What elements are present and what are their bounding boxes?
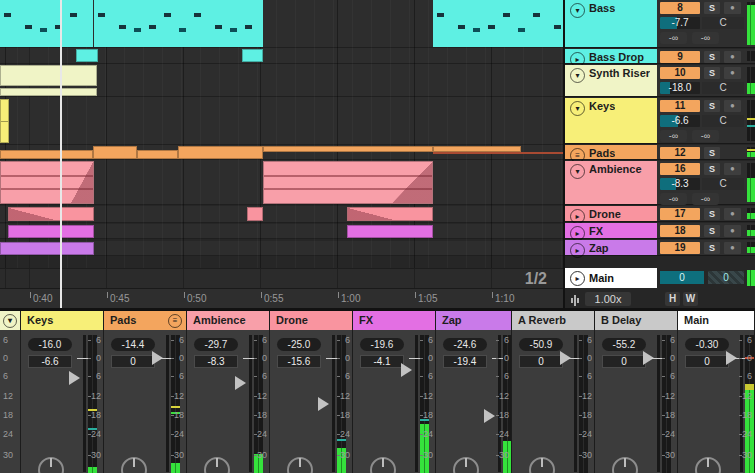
fader-value-field[interactable]: -19.4: [443, 355, 487, 368]
arrangement-lane-synth-riser[interactable]: [0, 64, 563, 97]
fader-handle[interactable]: [484, 409, 495, 423]
volume-field[interactable]: -7.7: [660, 17, 700, 29]
clip-drone[interactable]: [8, 207, 94, 221]
time-ruler[interactable]: 0:400:450:500:551:001:051:10: [0, 288, 563, 308]
fader-track[interactable]: [332, 335, 335, 472]
pan-field[interactable]: C: [702, 82, 744, 94]
playhead[interactable]: [60, 0, 62, 308]
track-activator[interactable]: 12: [660, 147, 700, 159]
pan-field[interactable]: C: [702, 178, 744, 190]
monitor-icon[interactable]: ●: [724, 100, 741, 112]
pan-knob[interactable]: [38, 457, 64, 473]
solo-button[interactable]: S: [704, 208, 720, 220]
solo-button[interactable]: S: [704, 147, 720, 159]
track-activator[interactable]: 16: [660, 163, 700, 175]
pan-knob[interactable]: [453, 457, 479, 473]
fader-value-field[interactable]: 0: [685, 355, 729, 368]
fader-value-field[interactable]: -6.6: [28, 355, 72, 368]
monitor-icon[interactable]: ●: [724, 242, 741, 254]
clip-drone[interactable]: [347, 207, 433, 221]
peak-level-value[interactable]: -24.6: [443, 338, 487, 351]
monitor-icon[interactable]: ●: [724, 163, 741, 175]
track-activator[interactable]: 17: [660, 208, 700, 220]
fader-track[interactable]: [657, 335, 660, 472]
fader-value-field[interactable]: 0: [519, 355, 563, 368]
mixer-strip-partial[interactable]: ▾60612182430: [0, 311, 20, 473]
fader-handle[interactable]: [69, 371, 80, 385]
mixer-strip-header[interactable]: Ambience: [187, 311, 269, 330]
pan-knob[interactable]: [529, 457, 555, 473]
arrangement-lane-keys[interactable]: [0, 97, 563, 145]
mixer-strip-fx[interactable]: FX-19.6-4.160612182430: [353, 311, 435, 473]
monitor-icon[interactable]: ●: [724, 51, 741, 63]
send-b-field[interactable]: -∞: [692, 32, 719, 44]
peak-level-value[interactable]: -55.2: [602, 338, 646, 351]
main-volume-field[interactable]: 0: [660, 271, 704, 284]
fader-value-field[interactable]: -15.6: [277, 355, 321, 368]
clip-fx[interactable]: [8, 225, 94, 238]
solo-button[interactable]: S: [704, 2, 720, 14]
track-header-keys[interactable]: ▾Keys: [565, 98, 657, 143]
fader-track[interactable]: [166, 335, 169, 472]
track-header-zap[interactable]: ▸Zap: [565, 240, 657, 255]
solo-button[interactable]: S: [704, 67, 720, 79]
track-activator[interactable]: 8: [660, 2, 700, 14]
track-activator[interactable]: 19: [660, 242, 700, 254]
solo-button[interactable]: S: [704, 242, 720, 254]
fader-handle[interactable]: [318, 397, 329, 411]
mixer-strip-header[interactable]: Keys: [21, 311, 103, 330]
mixer-strip-pads[interactable]: Pads≡-14.4060612182430: [104, 311, 186, 473]
clip-pads[interactable]: [137, 150, 178, 159]
track-activator[interactable]: 9: [660, 51, 700, 63]
monitor-icon[interactable]: ●: [724, 67, 741, 79]
clip-drone[interactable]: [247, 207, 263, 221]
pan-field[interactable]: C: [702, 17, 744, 29]
group-icon[interactable]: ≡: [168, 314, 182, 328]
clip-bass-drop[interactable]: [242, 49, 263, 62]
solo-button[interactable]: S: [704, 225, 720, 237]
send-a-field[interactable]: -∞: [660, 130, 687, 142]
track-activator[interactable]: 11: [660, 100, 700, 112]
track-header-ambience[interactable]: ▾Ambience: [565, 161, 657, 204]
arrangement-lane-zap[interactable]: [0, 241, 563, 256]
monitor-icon[interactable]: ●: [724, 225, 741, 237]
monitor-icon[interactable]: ●: [724, 2, 741, 14]
chevron-down-icon[interactable]: ▾: [570, 164, 585, 179]
mixer-strip-drone[interactable]: Drone-25.0-15.660612182430: [270, 311, 352, 473]
mixer-strip-a-reverb[interactable]: A Reverb-50.9060612182430: [512, 311, 594, 473]
fader-value-field[interactable]: 0: [602, 355, 646, 368]
mixer-strip-header[interactable]: ▾: [0, 311, 20, 330]
arrangement-lane-pads[interactable]: [0, 145, 563, 160]
fader-track[interactable]: [415, 335, 418, 472]
monitor-icon[interactable]: ●: [724, 208, 741, 220]
fader-track[interactable]: [83, 335, 86, 472]
clip-keys[interactable]: [0, 99, 9, 143]
pan-knob[interactable]: [121, 457, 147, 473]
volume-field[interactable]: -18.0: [660, 82, 700, 94]
arrangement-lane-drone[interactable]: [0, 206, 563, 223]
mixer-strip-header[interactable]: Pads≡: [104, 311, 186, 330]
chevron-down-icon[interactable]: ▾: [570, 68, 585, 83]
play-icon[interactable]: ▸: [570, 226, 585, 241]
clip-zap[interactable]: [0, 242, 94, 255]
mixer-strip-keys[interactable]: Keys-16.0-6.660612182430: [21, 311, 103, 473]
solo-button[interactable]: S: [704, 163, 720, 175]
peak-level-value[interactable]: -16.0: [28, 338, 72, 351]
fader-value-field[interactable]: -4.1: [360, 355, 404, 368]
clip-bass[interactable]: [0, 0, 93, 47]
pan-knob[interactable]: [287, 457, 313, 473]
track-header-main[interactable]: ▸ Main: [565, 268, 657, 288]
peak-level-value[interactable]: -50.9: [519, 338, 563, 351]
play-icon[interactable]: ▸: [570, 271, 585, 286]
pan-knob[interactable]: [695, 457, 721, 473]
mixer-strip-b-delay[interactable]: B Delay-55.2060612182430: [595, 311, 677, 473]
peak-level-value[interactable]: -14.4: [111, 338, 155, 351]
pan-knob[interactable]: [204, 457, 230, 473]
arrangement-area[interactable]: [0, 0, 563, 268]
fader-value-field[interactable]: -8.3: [194, 355, 238, 368]
clip-bass-drop[interactable]: [76, 49, 98, 62]
volume-field[interactable]: -8.3: [660, 178, 700, 190]
peak-level-value[interactable]: -25.0: [277, 338, 321, 351]
clip-synth-riser[interactable]: [0, 88, 97, 96]
arrangement-lane-bass[interactable]: [0, 0, 563, 48]
